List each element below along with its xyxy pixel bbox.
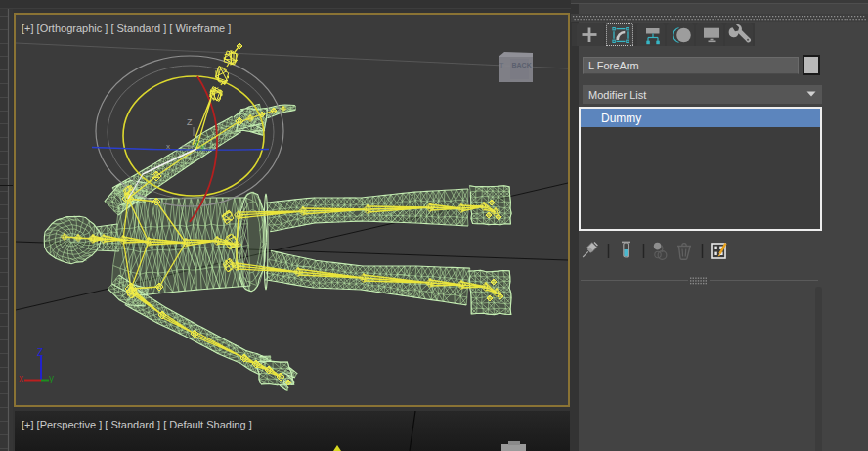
svg-text:T: T	[499, 62, 504, 68]
svg-text:Z: Z	[187, 117, 193, 127]
svg-text:Z: Z	[37, 347, 43, 358]
svg-text:x: x	[166, 142, 170, 151]
svg-text:y: y	[49, 373, 54, 383]
svg-text:BACK: BACK	[512, 62, 532, 68]
svg-text:y: y	[200, 142, 204, 151]
svg-text:x: x	[19, 373, 23, 383]
